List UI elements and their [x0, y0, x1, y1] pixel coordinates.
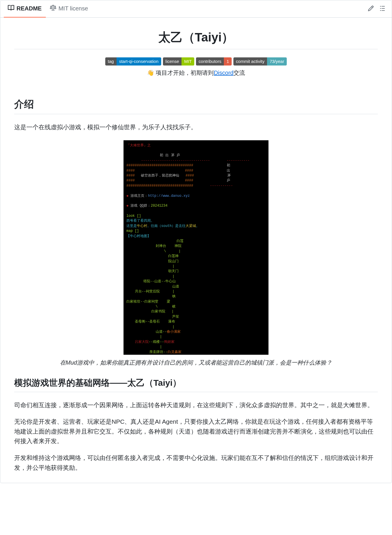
- readme-box: README MIT license 太乙（Taiyi） tagstart-qi…: [0, 0, 392, 483]
- badges-row: tagstart-qi-conservationlicenseMITcontri…: [14, 57, 378, 65]
- readme-content: 太乙（Taiyi） tagstart-qi-conservationlicens…: [0, 18, 392, 483]
- badge[interactable]: tagstart-qi-conservation: [105, 57, 161, 65]
- tab-license[interactable]: MIT license: [46, 0, 92, 18]
- book-icon: [8, 5, 14, 12]
- tab-readme-label: README: [17, 5, 42, 12]
- section2-p2: 无论你是开发者、运营者、玩家还是NPC、真人还是AI Agent，只要你接入太乙…: [14, 417, 378, 446]
- badge-left: commit activity: [233, 57, 267, 65]
- badge[interactable]: contributors1: [196, 57, 232, 65]
- list-icon: [379, 5, 386, 13]
- mud-screenshot: 『大傩世界』之 初 出 茅 庐 ------------------------…: [124, 140, 268, 355]
- badge-right: MIT: [182, 57, 194, 65]
- badge-right: start-qi-conservation: [117, 57, 161, 65]
- badge-right: 73/year: [267, 57, 287, 65]
- badge[interactable]: licenseMIT: [163, 57, 195, 65]
- notice-before: 项目才开始，初期请到: [154, 70, 214, 76]
- section2-p3: 开发和维持这个游戏网络，可以由任何匿名接入者完成，不需要中心化设施。玩家们能在互…: [14, 453, 378, 472]
- tab-license-label: MIT license: [59, 5, 88, 12]
- pencil-icon: [368, 5, 374, 13]
- section2-p1: 司命们相互连接，逐渐形成一个因果网络，上面运转各种天道规则，在这些规则下，演化众…: [14, 400, 378, 410]
- law-icon: [50, 5, 56, 12]
- tab-bar: README MIT license: [0, 0, 392, 18]
- intro-heading: 介绍: [14, 98, 378, 114]
- intro-p1: 这是一个在线虚拟小游戏，模拟一个修仙世界，为乐子人找找乐子。: [14, 122, 378, 132]
- badge-right: 1: [224, 57, 231, 65]
- badge-left: tag: [105, 57, 117, 65]
- mud-caption: 在Mud游戏中，如果你能真正拥有并设计自己的房间，又或者能运营自己的城镇门派，会…: [14, 359, 378, 367]
- badge-left: contributors: [196, 57, 224, 65]
- section2-heading: 模拟游戏世界的基础网络——太乙（Taiyi）: [14, 377, 378, 392]
- outline-button[interactable]: [377, 3, 388, 15]
- badge-left: license: [163, 57, 182, 65]
- notice-line: 👋 项目才开始，初期请到Discord交流: [14, 69, 378, 77]
- discord-link[interactable]: Discord: [214, 70, 233, 76]
- page-title: 太乙（Taiyi）: [14, 29, 378, 49]
- badge[interactable]: commit activity73/year: [233, 57, 287, 65]
- notice-after: 交流: [233, 70, 245, 76]
- mud-figure: 『大傩世界』之 初 出 茅 庐 ------------------------…: [14, 140, 378, 367]
- tab-readme[interactable]: README: [4, 0, 46, 18]
- edit-button[interactable]: [365, 3, 377, 15]
- wave-emoji: 👋: [147, 70, 154, 76]
